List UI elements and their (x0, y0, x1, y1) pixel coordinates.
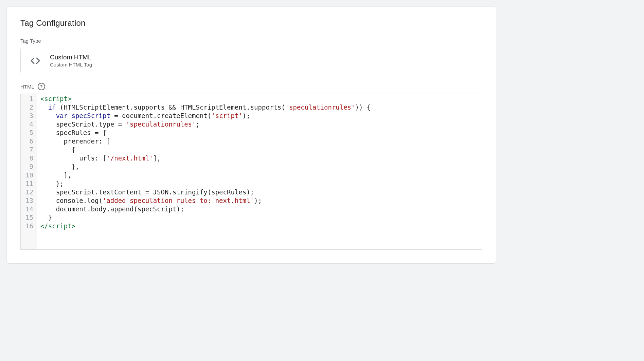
code-area[interactable]: <script> if (HTMLScriptElement.supports … (37, 94, 482, 249)
line-number-gutter: 12345678910111213141516 (21, 94, 37, 249)
tag-type-title: Custom HTML (50, 54, 92, 61)
help-icon[interactable]: ? (38, 83, 45, 90)
tag-type-subtitle: Custom HTML Tag (50, 62, 92, 68)
tag-config-panel: Tag Configuration Tag Type Custom HTML C… (7, 7, 496, 263)
html-label-row: HTML ? (20, 83, 482, 90)
tag-type-label: Tag Type (20, 38, 482, 44)
panel-title: Tag Configuration (20, 18, 482, 28)
html-code-editor[interactable]: 12345678910111213141516 <script> if (HTM… (20, 94, 482, 250)
tag-type-selector[interactable]: Custom HTML Custom HTML Tag (20, 48, 482, 73)
tag-type-text: Custom HTML Custom HTML Tag (50, 54, 92, 68)
code-brackets-icon (29, 54, 42, 67)
html-label: HTML (20, 84, 34, 90)
